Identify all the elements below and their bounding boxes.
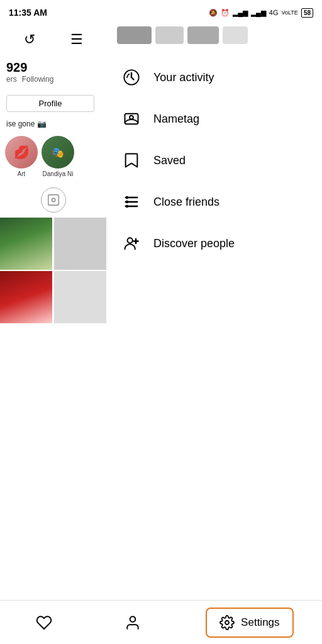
heart-icon bbox=[36, 614, 52, 631]
settings-label: Settings bbox=[241, 616, 279, 629]
network-label: 4G bbox=[269, 9, 279, 16]
story-dandiya[interactable]: 🎭 Dandiya Ni bbox=[42, 136, 74, 177]
signal2-icon: ▂▄▆ bbox=[251, 9, 266, 17]
status-time: 11:35 AM bbox=[9, 8, 47, 18]
color-block-1 bbox=[117, 26, 152, 44]
profile-stats: 929 ers Following bbox=[0, 54, 107, 90]
color-block-2 bbox=[155, 26, 184, 44]
menu-item-close-friends[interactable]: Close friends bbox=[107, 181, 322, 223]
followers-count: 929 bbox=[6, 60, 27, 75]
menu-label-close-friends: Close friends bbox=[153, 196, 219, 209]
post-tile-4[interactable] bbox=[54, 271, 106, 323]
menu-icon[interactable]: ☰ bbox=[70, 31, 83, 48]
volte-label: VoLTE bbox=[282, 9, 298, 16]
settings-button[interactable]: Settings bbox=[206, 608, 293, 638]
close-friends-icon bbox=[122, 192, 141, 211]
menu-label-nametag: Nametag bbox=[153, 113, 199, 126]
story-avatar-dandiya: 🎭 bbox=[42, 136, 74, 169]
post-tile-3[interactable] bbox=[0, 271, 52, 323]
nametag-icon bbox=[122, 109, 141, 128]
svg-point-5 bbox=[126, 196, 129, 199]
post-grid bbox=[0, 218, 107, 323]
story-avatar-art: 💋 bbox=[5, 136, 38, 169]
svg-point-3 bbox=[130, 116, 133, 119]
svg-rect-0 bbox=[48, 195, 59, 206]
color-block-4 bbox=[223, 26, 248, 44]
story-art[interactable]: 💋 Art bbox=[5, 136, 38, 177]
menu-item-your-activity[interactable]: Your activity bbox=[107, 57, 322, 98]
story-label-dandiya: Dandiya Ni bbox=[43, 170, 74, 177]
drawer-menu: Your activity Nametag Saved bbox=[107, 0, 322, 644]
settings-gear-icon bbox=[219, 615, 235, 630]
history-icon[interactable]: ↺ bbox=[24, 31, 35, 48]
discover-people-icon bbox=[122, 234, 141, 253]
signal-icon: ▂▄▆ bbox=[233, 9, 248, 17]
menu-item-nametag[interactable]: Nametag bbox=[107, 98, 322, 140]
story-label-art: Art bbox=[18, 170, 26, 177]
status-bar: 11:35 AM 🔕 ⏰ ▂▄▆ ▂▄▆ 4G VoLTE 58 bbox=[0, 0, 322, 25]
svg-point-14 bbox=[225, 621, 229, 625]
bio-text: ise gone 📷 bbox=[0, 117, 107, 131]
activity-icon bbox=[122, 68, 141, 87]
following-label: Following bbox=[22, 75, 54, 84]
followers-label: ers bbox=[6, 75, 17, 84]
followers-labels: ers Following bbox=[6, 75, 53, 84]
heart-button[interactable] bbox=[28, 609, 60, 636]
menu-item-discover-people[interactable]: Discover people bbox=[107, 223, 322, 264]
stories-row: 💋 Art 🎭 Dandiya Ni bbox=[0, 131, 107, 182]
post-tile-1[interactable] bbox=[0, 218, 52, 270]
mute-icon: 🔕 bbox=[209, 9, 218, 17]
post-tile-2[interactable] bbox=[54, 218, 106, 270]
svg-point-1 bbox=[52, 198, 55, 202]
person-icon bbox=[125, 614, 141, 631]
profile-button[interactable] bbox=[117, 609, 148, 636]
edit-profile-button[interactable]: Profile bbox=[6, 95, 94, 112]
color-block-3 bbox=[187, 26, 219, 44]
svg-point-13 bbox=[130, 616, 136, 622]
alarm-icon: ⏰ bbox=[221, 9, 230, 17]
menu-item-saved[interactable]: Saved bbox=[107, 140, 322, 181]
svg-point-10 bbox=[128, 238, 133, 243]
bookmark-icon bbox=[122, 151, 141, 170]
menu-label-your-activity: Your activity bbox=[153, 71, 214, 84]
menu-list: Your activity Nametag Saved bbox=[107, 50, 322, 644]
status-icons: 🔕 ⏰ ▂▄▆ ▂▄▆ 4G VoLTE 58 bbox=[209, 8, 313, 18]
menu-label-saved: Saved bbox=[153, 154, 186, 167]
menu-label-discover-people: Discover people bbox=[153, 237, 235, 250]
add-photo-icon[interactable] bbox=[41, 187, 66, 213]
battery-indicator: 58 bbox=[301, 8, 313, 18]
bottom-bar: Settings bbox=[0, 600, 322, 644]
left-panel: ↺ ☰ 929 ers Following Profile ise gone 📷… bbox=[0, 0, 107, 644]
